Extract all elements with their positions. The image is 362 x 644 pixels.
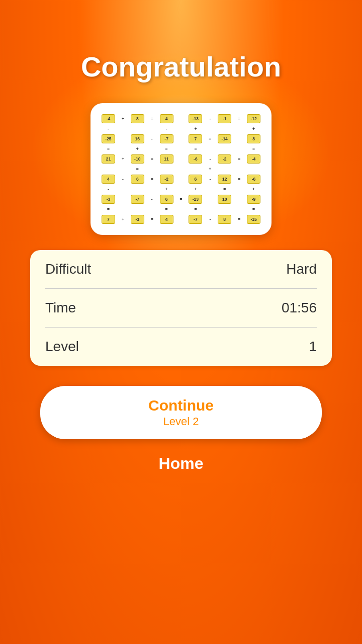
cell: =	[247, 205, 260, 214]
cell: =	[145, 215, 159, 224]
cell: =	[160, 144, 173, 153]
cell	[116, 165, 130, 174]
cell	[131, 205, 144, 214]
cell: -4	[247, 154, 260, 164]
cell	[116, 185, 130, 194]
cell: -1	[218, 114, 231, 123]
cell	[218, 205, 231, 214]
cell: =	[145, 175, 159, 184]
cell	[218, 124, 231, 133]
cell	[203, 124, 217, 133]
cell: =	[189, 205, 202, 214]
cell: 6	[160, 195, 173, 204]
cell: -12	[247, 114, 260, 123]
cell	[232, 144, 246, 153]
continue-sub-label: Level 2	[163, 415, 199, 428]
cell: -13	[189, 114, 202, 123]
puzzle-grid: -4 + 8 = 4 -13 - -1 = -12 - - + + -25	[101, 113, 261, 225]
cell: -7	[189, 215, 202, 224]
cell	[116, 124, 130, 133]
home-button[interactable]: Home	[159, 454, 204, 473]
cell: -2	[218, 154, 231, 164]
cell: -13	[189, 195, 202, 204]
cell	[174, 205, 188, 214]
cell	[232, 195, 246, 204]
cell: 4	[160, 215, 173, 224]
cell: =	[247, 144, 260, 153]
cell: -	[116, 175, 130, 184]
time-value: 01:56	[282, 300, 317, 316]
cell: -14	[218, 134, 231, 143]
cell	[160, 165, 173, 174]
cell	[203, 195, 217, 204]
cell: +	[189, 124, 202, 133]
cell	[174, 134, 188, 143]
cell: -	[145, 134, 159, 143]
cell	[145, 165, 159, 174]
cell: -	[203, 175, 217, 184]
cell	[116, 134, 130, 143]
cell	[116, 144, 130, 153]
cell: -	[102, 124, 115, 133]
cell: +	[116, 215, 130, 224]
cell: -3	[131, 215, 144, 224]
cell: -7	[131, 195, 144, 204]
cell: -7	[160, 134, 173, 143]
cell: =	[203, 134, 217, 143]
cell: +	[189, 185, 202, 194]
cell: =	[232, 215, 246, 224]
stats-card: Difficult Hard Time 01:56 Level 1	[30, 250, 332, 366]
cell: =	[189, 144, 202, 153]
cell	[145, 144, 159, 153]
cell: -	[160, 124, 173, 133]
cell: -	[102, 185, 115, 194]
cell	[131, 185, 144, 194]
cell: =	[232, 154, 246, 164]
cell: -2	[160, 175, 173, 184]
home-label: Home	[159, 454, 204, 472]
cell: -10	[131, 154, 144, 164]
cell: -6	[189, 154, 202, 164]
cell	[174, 114, 188, 123]
cell: 12	[218, 175, 231, 184]
cell: =	[102, 144, 115, 153]
difficult-label: Difficult	[45, 261, 91, 277]
cell: 8	[247, 134, 260, 143]
cell	[174, 124, 188, 133]
cell: =	[174, 195, 188, 204]
cell: +	[203, 165, 217, 174]
cell	[174, 215, 188, 224]
cell: 11	[160, 154, 173, 164]
cell	[174, 154, 188, 164]
cell	[203, 185, 217, 194]
cell: -	[203, 154, 217, 164]
cell	[218, 165, 231, 174]
time-label: Time	[45, 300, 76, 316]
difficult-value: Hard	[286, 261, 317, 277]
cell	[174, 165, 188, 174]
cell	[232, 205, 246, 214]
level-row: Level 1	[45, 328, 317, 366]
cell: -	[203, 114, 217, 123]
cell: =	[102, 205, 115, 214]
cell	[218, 144, 231, 153]
continue-button[interactable]: Continue Level 2	[40, 386, 322, 439]
cell: 6	[131, 175, 144, 184]
cell: -	[145, 195, 159, 204]
cell	[145, 124, 159, 133]
level-value: 1	[309, 339, 317, 355]
cell: -4	[102, 114, 115, 123]
cell: -6	[247, 175, 260, 184]
cell: =	[145, 114, 159, 123]
cell	[203, 144, 217, 153]
cell: +	[247, 185, 260, 194]
cell: 7	[102, 215, 115, 224]
cell	[232, 185, 246, 194]
continue-main-label: Continue	[148, 397, 214, 414]
cell: 10	[218, 195, 231, 204]
cell: =	[232, 114, 246, 123]
puzzle-card: -4 + 8 = 4 -13 - -1 = -12 - - + + -25	[90, 103, 272, 235]
cell: +	[131, 144, 144, 153]
cell: -3	[102, 195, 115, 204]
cell	[174, 144, 188, 153]
